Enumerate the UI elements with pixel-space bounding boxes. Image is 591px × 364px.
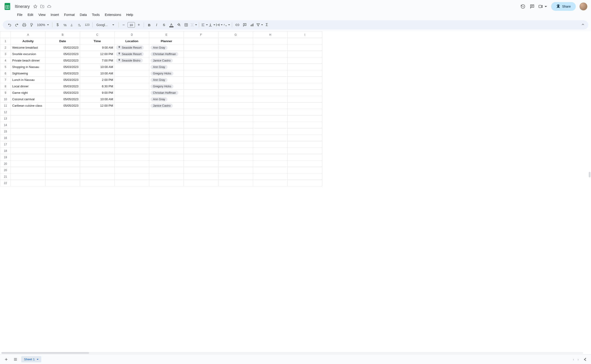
cell[interactable]: 10:00 AM xyxy=(80,96,115,103)
spreadsheet-grid[interactable]: A B C D E F G H I 1 Activity Date Time L… xyxy=(0,31,322,186)
cell[interactable] xyxy=(184,135,218,141)
cell[interactable] xyxy=(253,167,288,174)
cell[interactable]: 05/03/2023 xyxy=(46,77,80,83)
avatar[interactable] xyxy=(579,3,587,10)
cell[interactable] xyxy=(46,109,80,115)
cell[interactable] xyxy=(115,167,149,174)
cell[interactable]: 05/03/2023 xyxy=(46,90,80,96)
menu-view[interactable]: View xyxy=(36,12,48,18)
cell[interactable] xyxy=(115,154,149,161)
person-chip[interactable]: Gregory Hicks xyxy=(151,84,174,88)
menu-extensions[interactable]: Extensions xyxy=(102,12,123,18)
cell[interactable] xyxy=(184,122,218,128)
cell[interactable] xyxy=(184,45,218,51)
cell[interactable] xyxy=(115,77,149,83)
vertical-scrollbar-thumb[interactable] xyxy=(589,172,591,177)
cell[interactable] xyxy=(184,128,218,135)
cell[interactable] xyxy=(184,57,218,64)
undo-button[interactable] xyxy=(6,21,13,28)
cell[interactable] xyxy=(80,141,115,148)
cell[interactable] xyxy=(253,64,288,70)
cell[interactable] xyxy=(288,122,322,128)
cell[interactable] xyxy=(149,122,184,128)
row-header[interactable]: 4 xyxy=(0,57,11,64)
strikethrough-button[interactable]: S xyxy=(161,21,168,28)
cell[interactable]: 05/02/2023 xyxy=(46,57,80,64)
menu-edit[interactable]: Edit xyxy=(25,12,35,18)
cell[interactable]: Planner xyxy=(149,38,184,45)
cell[interactable] xyxy=(288,70,322,77)
insert-link-button[interactable] xyxy=(234,21,241,28)
person-chip[interactable]: Ann Gray xyxy=(151,46,168,50)
menu-format[interactable]: Format xyxy=(62,12,77,18)
cell[interactable] xyxy=(46,167,80,174)
redo-button[interactable] xyxy=(13,21,20,28)
col-header-D[interactable]: D xyxy=(115,32,149,38)
cell[interactable]: 2:00 PM xyxy=(80,77,115,83)
person-chip[interactable]: Christian Hoffman xyxy=(151,91,178,95)
col-header-B[interactable]: B xyxy=(46,32,80,38)
cell[interactable] xyxy=(11,135,46,141)
font-select[interactable]: Googl... xyxy=(94,23,117,27)
cell[interactable] xyxy=(11,115,46,122)
cell[interactable] xyxy=(288,83,322,90)
cell[interactable] xyxy=(218,51,253,57)
cell[interactable] xyxy=(11,122,46,128)
cell[interactable] xyxy=(184,154,218,161)
row-header[interactable]: 19 xyxy=(0,154,11,161)
cell[interactable]: Christian Hoffman xyxy=(149,90,184,96)
cell[interactable]: 7:00 PM xyxy=(80,57,115,64)
cell[interactable] xyxy=(253,135,288,141)
cell[interactable] xyxy=(288,154,322,161)
cell[interactable]: 05/03/2023 xyxy=(46,64,80,70)
cell[interactable] xyxy=(288,161,322,167)
select-all-corner[interactable] xyxy=(0,32,11,38)
text-wrap-button[interactable] xyxy=(216,23,223,27)
text-rotation-button[interactable]: A xyxy=(223,23,230,27)
person-chip[interactable]: Gregory Hicks xyxy=(151,72,174,76)
cell[interactable]: Christian Hoffman xyxy=(149,51,184,57)
horizontal-scrollbar-thumb[interactable] xyxy=(1,352,89,354)
cell[interactable] xyxy=(184,70,218,77)
cell[interactable] xyxy=(184,64,218,70)
cell[interactable] xyxy=(80,167,115,174)
person-chip[interactable]: Janice Castro xyxy=(151,58,173,63)
row-header[interactable]: 2 xyxy=(0,45,11,51)
person-chip[interactable]: Ann Gray xyxy=(151,78,168,82)
person-chip[interactable]: Christian Hoffman xyxy=(151,52,178,56)
cell[interactable]: Private beach dinner xyxy=(11,57,46,64)
cell[interactable] xyxy=(253,70,288,77)
cell[interactable] xyxy=(253,38,288,45)
cell[interactable] xyxy=(149,161,184,167)
move-icon[interactable] xyxy=(40,4,45,9)
cell[interactable] xyxy=(288,64,322,70)
cell[interactable]: Game night xyxy=(11,90,46,96)
cell[interactable]: 10:00 AM xyxy=(80,64,115,70)
star-icon[interactable] xyxy=(33,4,38,9)
cell[interactable]: 12:00 PM xyxy=(80,103,115,109)
cell[interactable] xyxy=(115,103,149,109)
cell[interactable]: 12:00 PM xyxy=(80,51,115,57)
cell[interactable] xyxy=(11,148,46,154)
cell[interactable] xyxy=(11,174,46,180)
cell[interactable]: Janice Castro xyxy=(149,103,184,109)
cell[interactable] xyxy=(218,70,253,77)
col-header-F[interactable]: F xyxy=(184,32,218,38)
cell[interactable] xyxy=(80,115,115,122)
cell[interactable] xyxy=(288,51,322,57)
cell[interactable] xyxy=(288,135,322,141)
insert-chart-button[interactable] xyxy=(249,21,255,28)
cell[interactable] xyxy=(184,141,218,148)
cell[interactable] xyxy=(288,77,322,83)
cell[interactable]: Coconut carnival xyxy=(11,96,46,103)
cell[interactable] xyxy=(288,148,322,154)
cell[interactable]: 10:00 AM xyxy=(80,70,115,77)
functions-button[interactable]: Σ xyxy=(263,21,270,28)
cell[interactable] xyxy=(184,83,218,90)
cell[interactable]: Date xyxy=(46,38,80,45)
cell[interactable] xyxy=(218,167,253,174)
cell[interactable]: Ann Gray xyxy=(149,77,184,83)
cell[interactable]: 05/02/2023 xyxy=(46,45,80,51)
cell[interactable] xyxy=(218,38,253,45)
cell[interactable] xyxy=(218,115,253,122)
